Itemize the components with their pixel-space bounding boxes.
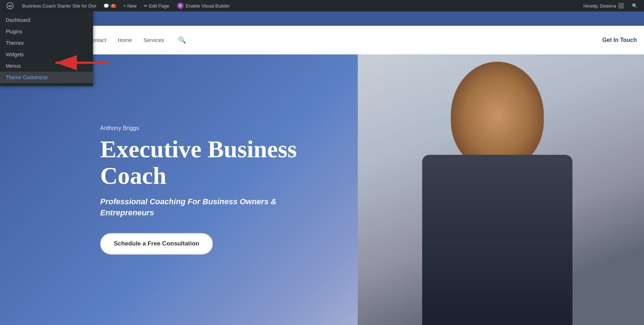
comments-count: 0 bbox=[111, 4, 116, 8]
dropdown-item-plugins[interactable]: Plugins bbox=[0, 26, 93, 37]
dropdown-item-themes[interactable]: Themes bbox=[0, 37, 93, 49]
admin-bar: W Business Coach Starter Site for Divi 💬… bbox=[0, 0, 644, 11]
comments-button[interactable]: 💬 0 bbox=[100, 0, 120, 11]
cta-button[interactable]: Schedule a Free Consultation bbox=[100, 233, 213, 254]
person-body bbox=[422, 155, 572, 325]
red-arrow bbox=[52, 56, 109, 70]
dropdown-menu: Dashboard Plugins Themes Widgets Menus T… bbox=[0, 11, 93, 86]
nav-links: About Blog Contact Home Services 🔍 bbox=[40, 36, 602, 44]
svg-text:W: W bbox=[9, 4, 12, 8]
hero-subtitle: Professional Coaching For Business Owner… bbox=[100, 197, 329, 219]
navbar: D About Blog Contact Home Services 🔍 Get… bbox=[0, 26, 644, 54]
enable-vb-button[interactable]: D Enable Visual Builder bbox=[173, 0, 234, 11]
search-button[interactable]: 🔍 bbox=[628, 0, 641, 11]
hero-author: Anthony Briggs bbox=[100, 125, 329, 132]
dropdown-item-dashboard[interactable]: Dashboard bbox=[0, 14, 93, 26]
person-head bbox=[451, 62, 544, 169]
edit-icon: ✏ bbox=[144, 3, 148, 9]
nav-link-services[interactable]: Services bbox=[143, 37, 164, 43]
wp-logo-button[interactable]: W bbox=[3, 0, 19, 11]
admin-bar-right: Howdy, Deanna 🔍 bbox=[579, 0, 641, 11]
comment-icon: 💬 bbox=[103, 3, 109, 9]
hero-content: Anthony Briggs Executive Business Coach … bbox=[100, 125, 329, 254]
top-bar: hello@divibusiness.com bbox=[0, 11, 644, 26]
plus-icon: + bbox=[123, 3, 126, 9]
new-button[interactable]: + New bbox=[120, 0, 140, 11]
site-title-button[interactable]: Business Coach Starter Site for Divi bbox=[19, 0, 100, 11]
search-icon: 🔍 bbox=[632, 3, 638, 9]
nav-search-icon[interactable]: 🔍 bbox=[178, 36, 186, 44]
avatar bbox=[618, 3, 624, 9]
hero-background bbox=[358, 54, 644, 325]
nav-link-home[interactable]: Home bbox=[118, 37, 132, 43]
admin-bar-left: W Business Coach Starter Site for Divi 💬… bbox=[3, 0, 579, 11]
edit-page-button[interactable]: ✏ Edit Page bbox=[140, 0, 173, 11]
divi-dot: D bbox=[177, 3, 184, 9]
hero-section: Anthony Briggs Executive Business Coach … bbox=[0, 54, 644, 325]
dropdown-item-theme-customizer[interactable]: Theme Customizer bbox=[0, 72, 93, 83]
hero-title: Executive Business Coach bbox=[100, 136, 329, 190]
howdy-button[interactable]: Howdy, Deanna bbox=[579, 0, 628, 11]
get-in-touch-button[interactable]: Get In Touch bbox=[602, 37, 637, 43]
